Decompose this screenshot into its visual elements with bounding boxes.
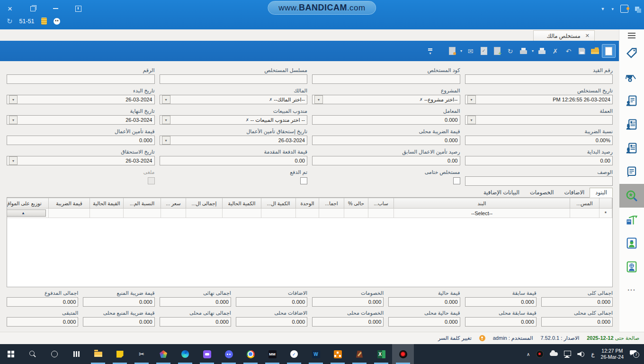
mail-button[interactable]: ✉ <box>464 45 477 57</box>
field-input[interactable]: 0.00 ✗ ▾ <box>312 156 460 165</box>
history-button[interactable] <box>446 45 458 57</box>
field-input[interactable]: ✗ ▾ <box>465 176 613 186</box>
total-input[interactable]: 0.000 <box>7 297 78 307</box>
engineer-card-icon[interactable] <box>619 231 644 255</box>
cell-ratio[interactable] <box>124 209 161 218</box>
cell-current-value[interactable] <box>90 209 124 218</box>
distribute-sites-button[interactable]: ▴ <box>7 209 46 217</box>
tag-icon[interactable] <box>619 42 644 65</box>
cortana-icon[interactable] <box>44 344 65 364</box>
grid-column-header[interactable]: سعر ... <box>161 198 186 209</box>
field-input[interactable]: ✗ ▾ <box>160 176 308 185</box>
start-button[interactable] <box>0 344 22 364</box>
notifications-icon[interactable]: 7 <box>630 350 639 358</box>
field-input[interactable]: ✗ ▾ <box>7 74 155 84</box>
field-input[interactable]: --اختر مشروع-- ✗ ▾ <box>312 95 460 104</box>
cell-qty-total[interactable] <box>186 209 223 218</box>
grid-tab[interactable]: الخصومات <box>525 188 559 197</box>
checkbox[interactable] <box>453 177 460 184</box>
search-star-icon[interactable] <box>619 184 644 208</box>
wheelbarrow-icon[interactable] <box>619 65 644 89</box>
print-button[interactable] <box>536 45 548 57</box>
close-icon[interactable]: × <box>6 4 14 13</box>
hamburger-menu-icon[interactable] <box>619 29 644 42</box>
total-input[interactable]: 0.000 <box>465 317 537 327</box>
coins-icon[interactable] <box>41 18 47 25</box>
new-document-button[interactable] <box>602 44 616 58</box>
field-input[interactable]: 26-03-2024 ✗ ▾ <box>7 115 155 125</box>
dropdown-icon[interactable]: ▾ <box>162 95 170 104</box>
grid-column-header[interactable]: ساب... <box>368 198 394 209</box>
cell-total-pct[interactable] <box>319 209 344 218</box>
field-input[interactable]: 26-03-2024 ✗ ▾ <box>7 95 155 104</box>
sidebar-more-icon[interactable]: ... <box>627 284 636 292</box>
field-input[interactable]: 0.000 ✗ ▾ <box>7 136 155 145</box>
cell-unit[interactable] <box>296 209 319 218</box>
grid-column-header[interactable]: المس... <box>570 198 599 209</box>
cell-price[interactable] <box>161 209 186 218</box>
total-input[interactable]: 0.000 <box>541 297 613 307</box>
diagram-app-icon[interactable] <box>327 344 349 364</box>
grid-column-header[interactable]: الوحدة <box>296 198 319 209</box>
file-explorer-icon[interactable] <box>87 344 109 364</box>
delete-button[interactable]: ✗ <box>549 45 562 57</box>
total-input[interactable]: 0.000 <box>83 317 154 327</box>
total-input[interactable]: 0.000 <box>388 297 460 307</box>
grid-column-header[interactable]: الكمية ال... <box>261 198 296 209</box>
paint3d-icon[interactable] <box>152 344 174 364</box>
refresh-button[interactable]: ↻ <box>504 45 517 57</box>
grid-column-header[interactable]: حالى % <box>344 198 368 209</box>
report-engineer2-icon[interactable] <box>619 136 644 160</box>
undo-button[interactable]: ↶ <box>562 45 575 57</box>
document-note-icon[interactable] <box>619 160 644 184</box>
tasks-button[interactable]: ✓ <box>477 45 490 57</box>
mm-app-icon[interactable]: MM <box>261 344 283 364</box>
clock[interactable]: 12:27 PM26-Mar-24 <box>601 348 624 360</box>
chrome-icon[interactable] <box>240 344 261 364</box>
field-input[interactable]: ✗ ▾ <box>160 74 308 84</box>
field-input[interactable]: 0.00 ✗ ▾ <box>465 156 613 165</box>
minimize-icon[interactable] <box>51 4 60 13</box>
print-options-button[interactable]: ▾ <box>530 45 535 57</box>
report-engineer-icon[interactable] <box>619 113 644 136</box>
field-input[interactable]: -- اختر مندوب المبيعات -- ✗ ▾ <box>160 115 308 125</box>
tool-app-icon[interactable] <box>349 344 370 364</box>
search-taskbar-icon[interactable] <box>22 344 44 364</box>
onedrive-icon[interactable] <box>550 352 558 356</box>
grid-tab[interactable]: البنود <box>590 188 613 198</box>
tray-chevron-icon[interactable]: ∧ <box>527 352 530 357</box>
print-preview-button[interactable] <box>517 45 530 57</box>
field-input[interactable]: ✗ ▾ <box>312 176 460 185</box>
total-input[interactable]: 0.000 <box>160 297 231 307</box>
report-user-icon[interactable] <box>619 89 644 113</box>
dropdown-icon[interactable]: ▾ <box>9 116 18 124</box>
grid-column-header[interactable]: النسبة الم... <box>124 198 161 209</box>
chevron-down-icon[interactable]: ▼ <box>601 7 605 11</box>
person-globe-icon[interactable] <box>619 255 644 279</box>
grid-column-header[interactable]: الكمية الحالية <box>223 198 261 209</box>
clear-icon[interactable]: ✗ <box>418 97 424 103</box>
mail-options-button[interactable]: ▾ <box>459 45 464 57</box>
dropdown-icon[interactable]: ▾ <box>162 116 170 124</box>
exit-icon[interactable] <box>620 5 628 13</box>
snipping-tool-icon[interactable]: ✂ <box>131 344 152 364</box>
clear-icon[interactable]: ✗ <box>268 97 274 103</box>
total-input[interactable]: 0.000 <box>236 317 307 327</box>
field-input[interactable]: 0.00% ✗ ▾ <box>465 136 613 145</box>
field-input[interactable]: ✗ ▾ <box>312 74 460 84</box>
dropdown-icon[interactable]: ▾ <box>467 95 476 104</box>
open-button[interactable] <box>589 45 601 57</box>
dropdown-icon[interactable]: ▾ <box>9 95 18 104</box>
grid-column-header[interactable]: القيمة الحالية <box>90 198 124 209</box>
sticky-notes-icon[interactable] <box>109 344 131 364</box>
sync-icon[interactable]: ↻ <box>7 17 13 26</box>
grid-tab[interactable]: البيانات الإضافية <box>478 188 525 197</box>
w-app-icon[interactable]: W <box>305 344 327 364</box>
dropdown-icon[interactable]: ▾ <box>314 95 323 104</box>
close-tab-icon[interactable]: ✕ <box>585 33 590 39</box>
field-input[interactable]: 0.00 ✗ ▾ <box>160 156 308 165</box>
add-record-button[interactable]: + <box>491 45 503 57</box>
chat-app-icon[interactable] <box>196 344 218 364</box>
crane-icon[interactable] <box>619 208 644 231</box>
edge-icon[interactable] <box>174 344 196 364</box>
